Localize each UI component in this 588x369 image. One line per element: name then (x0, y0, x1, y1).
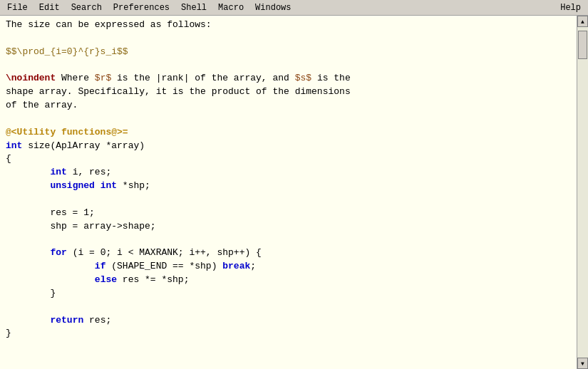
menu-file[interactable]: File (1, 1, 33, 14)
menu-edit[interactable]: Edit (33, 1, 66, 14)
menu-preferences[interactable]: Preferences (108, 1, 175, 14)
editor-area: The size can be expressed as follows: $$… (0, 16, 588, 369)
scroll-down-button[interactable]: ▼ (577, 358, 588, 369)
menu-shell[interactable]: Shell (175, 1, 212, 14)
scroll-thumb[interactable] (578, 31, 587, 59)
menu-help[interactable]: Help (555, 1, 587, 14)
menu-macro[interactable]: Macro (212, 1, 249, 14)
scroll-track[interactable] (577, 27, 588, 358)
scroll-up-button[interactable]: ▲ (577, 16, 588, 27)
menu-windows[interactable]: Windows (249, 1, 296, 14)
menu-search[interactable]: Search (66, 1, 108, 14)
code-editor[interactable]: The size can be expressed as follows: $$… (0, 16, 577, 369)
scrollbar[interactable]: ▲ ▼ (577, 16, 588, 369)
menu-bar: File Edit Search Preferences Shell Macro… (0, 0, 588, 16)
